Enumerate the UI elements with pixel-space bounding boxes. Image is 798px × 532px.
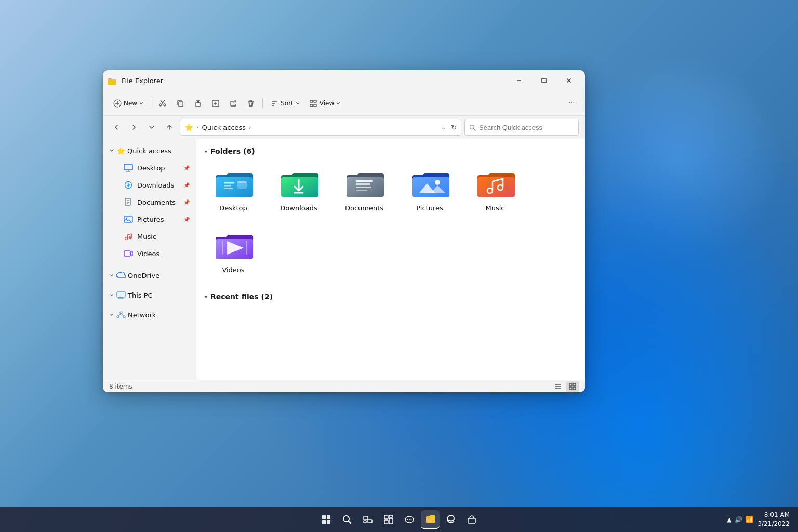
quick-access-section-header[interactable]: ⭐ Quick access [105,142,194,159]
svg-rect-70 [569,383,572,386]
maximize-button[interactable] [532,72,556,89]
content-area: ⭐ Quick access Desktop 📌 Downloads 📌 Doc… [103,139,585,380]
onedrive-section-header[interactable]: OneDrive [105,267,194,284]
volume-tray-icon: 🔊 [735,516,742,523]
sort-dropdown-icon [296,101,300,105]
search-input[interactable] [479,124,574,131]
paste-button[interactable] [190,95,206,112]
forward-button[interactable] [127,120,141,135]
rename-button[interactable] [207,95,224,112]
recent-toggle-icon[interactable]: ▾ [205,294,207,300]
svg-rect-86 [389,518,393,524]
onedrive-icon [116,272,126,279]
sidebar-item-desktop[interactable]: Desktop 📌 [105,159,194,176]
svg-rect-73 [573,387,576,390]
folder-item-pictures[interactable]: Pictures [401,163,458,216]
pin-icon-desktop: 📌 [183,165,190,171]
close-button[interactable] [557,72,581,89]
svg-rect-80 [364,516,368,520]
sidebar-item-music[interactable]: Music [105,228,194,245]
new-button[interactable]: New [109,95,148,112]
clock-display[interactable]: 8:01 AM 3/21/2022 [757,511,790,528]
chat-button[interactable] [400,510,419,529]
thispc-label: This PC [128,291,153,299]
music-sidebar-icon [124,232,133,241]
sidebar-item-videos[interactable]: Videos [105,245,194,262]
sidebar-item-downloads[interactable]: Downloads 📌 [105,177,194,193]
up-button[interactable] [162,120,177,135]
taskbar: ▲ 🔊 📶 8:01 AM 3/21/2022 [0,507,798,532]
view-toggle-buttons [552,381,579,392]
sidebar-item-pictures[interactable]: Pictures 📌 [105,211,194,228]
documents-sidebar-icon [124,198,133,206]
more-options-button[interactable]: ··· [565,95,579,112]
breadcrumb-quickaccess[interactable]: Quick access [202,124,246,131]
network-section-header[interactable]: Network [105,307,194,323]
window-title: File Explorer [122,77,507,85]
window-controls [507,72,581,89]
folder-downloads-label: Downloads [280,204,317,212]
taskview-button[interactable] [358,510,377,529]
share-button[interactable] [225,95,242,112]
view-button[interactable]: View [305,95,344,112]
minimize-button[interactable] [507,72,531,89]
toolbar-separator-1 [151,98,151,109]
thispc-section-header[interactable]: This PC [105,287,194,303]
back-button[interactable] [109,120,124,135]
svg-point-88 [407,519,408,520]
list-view-button[interactable] [552,381,564,392]
fileexplorer-taskbar-button[interactable] [421,510,440,529]
svg-rect-84 [389,515,393,517]
cut-button[interactable] [154,95,171,112]
svg-rect-32 [124,216,132,222]
sort-button[interactable]: Sort [266,95,304,112]
svg-rect-24 [124,164,132,170]
network-expand-icon [109,312,114,317]
onedrive-label: OneDrive [128,272,159,280]
pin-icon-downloads: 📌 [183,182,190,188]
widgets-button[interactable] [379,510,398,529]
sidebar: ⭐ Quick access Desktop 📌 Downloads 📌 Doc… [103,139,196,380]
folders-section-title: ▾ Folders (6) [205,147,577,155]
new-icon [113,99,122,108]
toolbar-separator-2 [262,98,263,109]
folder-downloads-icon [278,167,320,200]
svg-rect-56 [356,180,373,182]
svg-line-48 [121,314,124,316]
system-tray[interactable]: ▲ 🔊 📶 [727,516,753,523]
folder-item-music[interactable]: Music [467,163,524,216]
svg-point-44 [120,312,122,314]
address-dropdown-icon[interactable]: ⌄ [441,124,446,131]
folders-toggle-icon[interactable]: ▾ [205,149,207,154]
svg-rect-81 [364,521,366,523]
edge-button[interactable] [442,510,460,529]
main-panel: ▾ Folders (6) [196,139,585,380]
folder-music-icon [474,167,516,200]
recent-locations-button[interactable] [144,120,159,135]
recent-files-section-title: ▾ Recent files (2) [205,292,577,301]
folders-grid: Desktop [205,163,577,278]
svg-rect-58 [356,187,371,188]
svg-rect-11 [197,101,199,103]
folder-documents-label: Documents [345,204,383,212]
thispc-expand-icon [109,292,114,298]
search-box[interactable] [464,119,579,136]
copy-button[interactable] [172,95,189,112]
pin-icon-documents: 📌 [183,200,190,205]
svg-rect-57 [356,183,370,185]
store-button[interactable] [462,510,481,529]
sort-icon [270,99,278,108]
start-button[interactable] [317,510,336,529]
refresh-button[interactable]: ↻ [451,124,457,131]
delete-button[interactable] [243,95,259,112]
sidebar-item-documents[interactable]: Documents 📌 [105,194,194,210]
folder-item-desktop[interactable]: Desktop [205,163,262,216]
grid-view-button[interactable] [566,381,579,392]
svg-rect-20 [310,104,313,107]
folder-item-documents[interactable]: Documents [336,163,393,216]
thispc-icon [116,291,126,299]
address-bar[interactable]: ⭐ › Quick access › ⌄ ↻ [180,119,461,136]
folder-item-downloads[interactable]: Downloads [270,163,327,216]
folder-item-videos[interactable]: Videos [205,224,262,278]
search-taskbar-button[interactable] [338,510,356,529]
